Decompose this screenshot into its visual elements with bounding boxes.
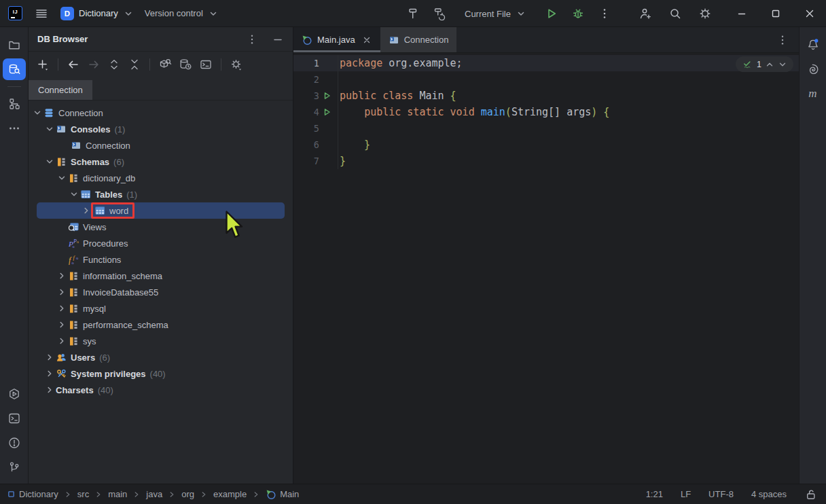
tree-item-dictionary-db[interactable]: dictionary_db (29, 170, 293, 186)
more-run-actions-button[interactable] (596, 5, 613, 22)
breadcrumb-org[interactable]: org (181, 489, 194, 499)
run-tool-button[interactable] (3, 383, 26, 405)
connection-tab[interactable]: Connection (29, 80, 92, 100)
chevron-right-icon[interactable] (56, 319, 68, 330)
expand-all-button[interactable] (105, 56, 123, 73)
previous-problem-icon[interactable] (765, 60, 774, 69)
minimize-window-button[interactable] (734, 5, 750, 22)
back-button[interactable] (65, 56, 82, 73)
editor-gutter[interactable]: 7 (293, 153, 338, 169)
next-problem-icon[interactable] (778, 60, 787, 69)
notifications-button[interactable] (802, 34, 825, 56)
vcs-widget[interactable]: Version control (145, 8, 219, 19)
terminal-tool-button[interactable] (3, 408, 26, 429)
breadcrumb-main[interactable]: main (108, 489, 127, 499)
editor-gutter[interactable]: 6 (293, 137, 338, 153)
maven-button[interactable]: m (802, 83, 825, 105)
hide-tool-window-button[interactable] (270, 31, 286, 48)
close-tab-icon[interactable] (361, 35, 372, 46)
project-widget[interactable]: D Dictionary (60, 7, 134, 20)
tree-item-mysql[interactable]: mysql (29, 300, 293, 317)
main-menu-button[interactable] (33, 5, 50, 22)
tree-item-procedures[interactable]: PPooProcedures (29, 235, 293, 251)
tree-item-system-privileges[interactable]: System privileges(40) (29, 365, 293, 382)
run-line-icon[interactable] (323, 107, 332, 117)
breadcrumb-java[interactable]: java (146, 489, 162, 499)
line-separator[interactable]: LF (681, 489, 691, 499)
session-browser-button[interactable] (177, 56, 194, 73)
chevron-down-icon[interactable] (31, 107, 43, 118)
tree-item-invoicedatabase55[interactable]: InvoiceDatabase55 (29, 284, 293, 300)
ai-assistant-button[interactable] (802, 58, 825, 80)
cursor-position[interactable]: 1:21 (646, 489, 663, 499)
breadcrumb-example[interactable]: example (213, 489, 247, 499)
search-everywhere-button[interactable] (667, 5, 683, 22)
editor-gutter[interactable]: 4 (293, 104, 338, 120)
tree-item-schemas[interactable]: Schemas(6) (29, 154, 293, 170)
chevron-down-icon[interactable] (56, 173, 68, 183)
object-lookup-button[interactable] (156, 56, 174, 73)
chevron-right-icon[interactable] (56, 303, 68, 314)
run-configuration-widget[interactable]: Current File (465, 8, 526, 19)
structure-tool-button[interactable] (3, 93, 26, 115)
settings-button[interactable] (228, 56, 245, 73)
open-console-button[interactable] (197, 56, 215, 73)
run-line-icon[interactable] (323, 91, 332, 101)
editor-gutter[interactable]: 1 (293, 55, 338, 71)
debug-button[interactable] (570, 5, 586, 22)
tree-item-users[interactable]: Users(6) (29, 349, 293, 365)
tree-item-performance-schema[interactable]: performance_schema (29, 317, 293, 333)
chevron-down-icon[interactable] (68, 189, 80, 200)
chevron-right-icon[interactable] (43, 368, 56, 379)
tree-item-functions[interactable]: ffooFunctions (29, 251, 293, 268)
code-with-me-button[interactable] (637, 5, 653, 22)
tree-item-connection[interactable]: Connection (29, 105, 293, 121)
window-controls (734, 5, 818, 22)
chevron-right-icon[interactable] (56, 336, 68, 346)
code-editor[interactable]: 1package org.example;23public class Main… (293, 53, 799, 484)
problems-tool-button[interactable] (3, 432, 26, 454)
inspections-widget[interactable]: 1 (736, 56, 793, 72)
editor-options-button[interactable] (774, 32, 791, 48)
editor-tab-main-java[interactable]: Main.java (293, 27, 380, 52)
breadcrumb-src[interactable]: src (77, 489, 89, 499)
run-button[interactable] (543, 5, 560, 22)
chevron-right-icon[interactable] (43, 384, 56, 395)
rebuild-button[interactable] (431, 5, 448, 22)
version-control-tool-button[interactable] (3, 456, 26, 478)
chevron-right-icon[interactable] (56, 270, 68, 281)
titlebar-left: IJ D Dictionary Version control (8, 5, 219, 22)
close-window-button[interactable] (802, 5, 818, 22)
build-button[interactable] (405, 5, 421, 22)
maximize-window-button[interactable] (768, 5, 784, 22)
editor-tab-connection[interactable]: Connection (380, 27, 457, 52)
add-button[interactable] (34, 56, 52, 73)
editor-gutter[interactable]: 2 (293, 71, 338, 88)
tree-item-information-schema[interactable]: information_schema (29, 268, 293, 284)
tree-item-tables[interactable]: Tables(1) (29, 186, 293, 202)
tree-item-sys[interactable]: sys (29, 333, 293, 349)
tree-item-word[interactable]: word (29, 202, 293, 219)
breadcrumb-main[interactable]: Main (266, 489, 299, 500)
forward-button[interactable] (85, 56, 103, 73)
tree-item-consoles[interactable]: Consoles(1) (29, 121, 293, 137)
tree-item-views[interactable]: Views (29, 219, 293, 235)
tree-item-connection[interactable]: Connection (29, 137, 293, 154)
file-encoding[interactable]: UTF-8 (708, 489, 734, 499)
db-browser-tool-button[interactable] (3, 58, 26, 80)
indent-style[interactable]: 4 spaces (751, 489, 787, 499)
chevron-right-icon[interactable] (43, 352, 56, 363)
settings-button[interactable] (697, 5, 713, 22)
tree-item-charsets[interactable]: Charsets(40) (29, 382, 293, 398)
chevron-down-icon[interactable] (43, 124, 56, 134)
project-tool-button[interactable] (3, 34, 26, 56)
chevron-down-icon[interactable] (43, 156, 56, 167)
editor-gutter[interactable]: 3 (293, 88, 338, 104)
editor-gutter[interactable]: 5 (293, 120, 338, 137)
more-tool-windows-button[interactable] (3, 118, 26, 139)
tool-window-options-button[interactable] (244, 31, 260, 48)
breadcrumb-dictionary[interactable]: Dictionary (7, 489, 58, 499)
readonly-toggle-button[interactable] (804, 488, 816, 501)
chevron-right-icon[interactable] (56, 287, 68, 298)
collapse-all-button[interactable] (126, 56, 143, 73)
